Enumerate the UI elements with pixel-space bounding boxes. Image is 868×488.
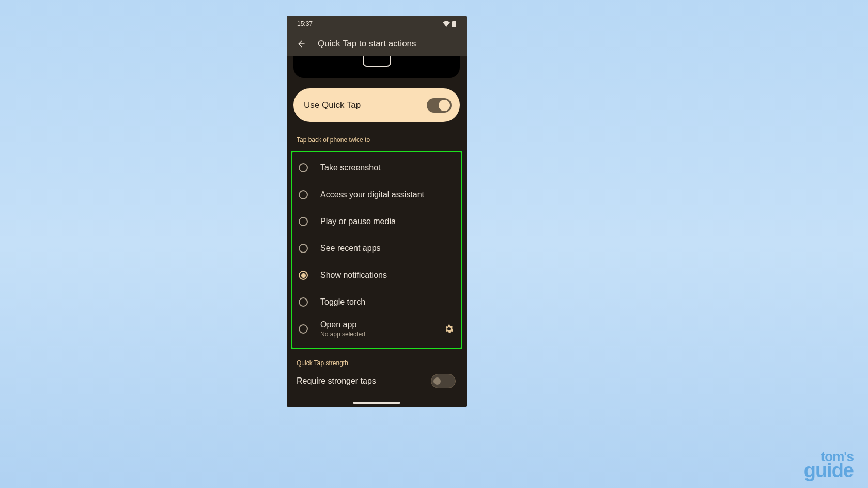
require-stronger-taps-label: Require stronger taps bbox=[297, 376, 376, 386]
phone-frame: 15:37 Quick Tap to start actions Use Qui… bbox=[287, 16, 467, 407]
arrow-left-icon bbox=[296, 39, 305, 49]
require-stronger-taps-toggle[interactable] bbox=[431, 374, 456, 388]
option-label: Take screenshot bbox=[320, 163, 457, 172]
content-area: Use Quick Tap Tap back of phone twice to… bbox=[287, 56, 467, 396]
status-bar: 15:37 bbox=[287, 16, 467, 32]
option-label: Show notifications bbox=[320, 271, 457, 280]
option-label: See recent apps bbox=[320, 244, 457, 253]
svg-rect-1 bbox=[454, 21, 455, 22]
watermark-logo: tom's guide bbox=[804, 451, 854, 479]
option-sublabel: No app selected bbox=[320, 330, 424, 338]
wifi-icon bbox=[443, 21, 450, 27]
option-label: Play or pause media bbox=[320, 217, 457, 226]
radio-icon bbox=[299, 297, 308, 307]
option-label: Toggle torch bbox=[320, 297, 457, 307]
option-digital-assistant[interactable]: Access your digital assistant bbox=[297, 181, 457, 208]
radio-icon bbox=[299, 244, 308, 253]
option-text: Open app No app selected bbox=[320, 320, 424, 338]
battery-icon bbox=[452, 21, 456, 27]
option-play-pause-media[interactable]: Play or pause media bbox=[297, 208, 457, 235]
use-quick-tap-card[interactable]: Use Quick Tap bbox=[293, 88, 460, 122]
section-strength-label: Quick Tap strength bbox=[293, 359, 460, 367]
option-show-notifications[interactable]: Show notifications bbox=[297, 262, 457, 289]
radio-icon bbox=[299, 324, 308, 334]
illustration-phone-outline bbox=[363, 56, 391, 67]
option-toggle-torch[interactable]: Toggle torch bbox=[297, 289, 457, 316]
option-take-screenshot[interactable]: Take screenshot bbox=[297, 154, 457, 181]
gear-icon bbox=[444, 324, 454, 334]
watermark-line2: guide bbox=[804, 462, 854, 479]
radio-icon bbox=[299, 163, 308, 172]
radio-icon bbox=[299, 271, 308, 280]
svg-rect-0 bbox=[452, 21, 456, 27]
option-open-app[interactable]: Open app No app selected bbox=[297, 316, 457, 342]
require-stronger-taps-row[interactable]: Require stronger taps bbox=[293, 367, 460, 396]
use-quick-tap-toggle[interactable] bbox=[427, 98, 452, 113]
status-icons bbox=[443, 21, 456, 27]
use-quick-tap-label: Use Quick Tap bbox=[304, 100, 361, 111]
options-highlight-box: Take screenshot Access your digital assi… bbox=[291, 151, 462, 349]
page-title: Quick Tap to start actions bbox=[318, 39, 416, 49]
navigation-handle[interactable] bbox=[353, 402, 400, 404]
option-recent-apps[interactable]: See recent apps bbox=[297, 235, 457, 262]
app-bar: Quick Tap to start actions bbox=[287, 32, 467, 56]
radio-icon bbox=[299, 190, 308, 199]
section-tap-back-label: Tap back of phone twice to bbox=[293, 136, 460, 144]
back-button[interactable] bbox=[296, 39, 305, 49]
open-app-settings-button[interactable] bbox=[437, 320, 457, 338]
status-time: 15:37 bbox=[297, 20, 313, 27]
illustration bbox=[293, 56, 460, 78]
option-label: Open app bbox=[320, 320, 424, 329]
option-label: Access your digital assistant bbox=[320, 190, 457, 199]
radio-icon bbox=[299, 217, 308, 226]
